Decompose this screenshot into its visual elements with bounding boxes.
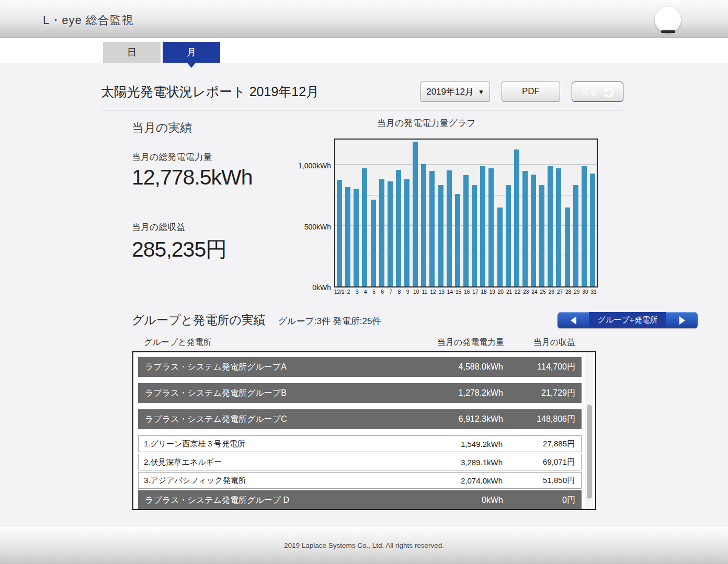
arrow-left-icon xyxy=(571,316,576,325)
month-select-value: 2019年12月 xyxy=(426,86,474,98)
chart-bar xyxy=(345,187,350,286)
row-name: ラプラス・システム発電所グループA xyxy=(145,362,425,373)
row-name: ラプラス・システム発電所グループC xyxy=(145,414,425,425)
chart-x-tick-label: 22 xyxy=(514,289,522,295)
row-energy-value: 2,074.0kWh xyxy=(424,476,503,485)
chart-bar xyxy=(514,149,519,286)
chart-y-tick-label: 500kWh xyxy=(304,223,331,231)
chart-x-tick-label: 14 xyxy=(446,289,454,295)
chart-y-tick-label: 0kWh xyxy=(312,283,331,292)
column-header-energy: 当月の発電電力量 xyxy=(426,337,504,348)
tab-day[interactable]: 日 xyxy=(103,42,161,63)
chart-bar xyxy=(556,168,561,286)
monthly-summary: 当月の実績 当月の総発電電力量 12,778.5kWh 当月の総収益 285,2… xyxy=(101,110,300,295)
chart-x-tick-label: 8 xyxy=(395,289,403,295)
chart-plot-area xyxy=(334,139,598,287)
chart-x-tick-label: 4 xyxy=(361,289,370,295)
copyright-text: 2019 Laplace Systems Co., Ltd. All right… xyxy=(284,542,444,549)
tab-month[interactable]: 月 xyxy=(163,42,220,63)
chart-bar xyxy=(396,170,401,286)
group-row[interactable]: ラプラス・システム発電所グループA4,588.0kWh114,700円 xyxy=(138,357,582,377)
row-revenue-value: 148,806円 xyxy=(503,414,582,425)
row-energy-value: 1,278.2kWh xyxy=(425,388,503,398)
app-footer: 2019 Laplace Systems Co., Ltd. All right… xyxy=(0,527,728,564)
back-button[interactable]: 戻る xyxy=(572,82,623,102)
row-name: ラプラス・システム発電所グループ D xyxy=(145,495,425,506)
chart-bar xyxy=(522,171,528,286)
table-column-headers: グループと発電所 当月の発電電力量 当月の収益 xyxy=(132,337,596,348)
chart-bar xyxy=(497,208,503,286)
chart-x-tick-label: 3 xyxy=(353,289,361,295)
main-content: 太陽光発電状況レポート 2019年12月 2019年12月 ▼ PDF 戻る 当… xyxy=(0,80,728,510)
chart-bar xyxy=(531,175,536,286)
chart-bar xyxy=(388,181,393,286)
monthly-energy-chart: 当月の発電電力量グラフ 0kWh500kWh1,000kWh 12/123456… xyxy=(300,110,608,295)
chart-x-tick-label: 29 xyxy=(573,289,581,295)
plant-row[interactable]: 3.アジアパシフィック発電所2,074.0kWh51,850円 xyxy=(138,472,582,489)
chart-x-tick-label: 31 xyxy=(589,289,598,295)
chart-x-axis: 12/1234567891011121314151617181920212223… xyxy=(334,289,598,295)
chart-bar xyxy=(463,175,469,286)
view-selector[interactable]: グループ+発電所 xyxy=(558,312,698,328)
chart-x-tick-label: 19 xyxy=(488,289,496,295)
groups-counts: グループ:3件 発電所:25件 xyxy=(278,315,381,327)
chart-x-tick-label: 26 xyxy=(547,289,555,295)
chart-bar xyxy=(472,185,477,286)
chart-bar xyxy=(371,200,376,286)
chart-bar xyxy=(573,185,578,286)
pdf-button[interactable]: PDF xyxy=(502,82,560,102)
chart-bar xyxy=(548,166,553,286)
chart-bar xyxy=(438,185,443,286)
chart-bar xyxy=(582,166,587,286)
page-title: 太陽光発電状況レポート 2019年12月 xyxy=(101,83,319,100)
chart-y-tick-label: 1,000kWh xyxy=(298,162,331,170)
menu-button[interactable] xyxy=(655,7,681,33)
groups-section-heading: グループと発電所の実績 xyxy=(132,312,266,328)
chevron-down-icon: ▼ xyxy=(478,88,484,96)
chart-x-tick-label: 20 xyxy=(496,289,505,295)
chart-bar xyxy=(337,180,342,286)
row-name: 3.アジアパシフィック発電所 xyxy=(144,476,424,486)
app-logo: L・eye 総合監視 xyxy=(43,13,134,28)
group-row[interactable]: ラプラス・システム発電所グループC6,912.3kWh148,806円 xyxy=(138,409,582,429)
undo-arrow-icon xyxy=(602,85,615,98)
group-row[interactable]: ラプラス・システム発電所グループ D0kWh0円 xyxy=(138,490,582,510)
revenue-total-label: 当月の総収益 xyxy=(132,221,300,233)
chart-x-tick-label: 6 xyxy=(378,289,386,295)
view-selector-label: グループ+発電所 xyxy=(589,312,666,328)
plant-row[interactable]: 2.伏見深草エネルギー3,289.1kWh69,071円 xyxy=(138,454,582,470)
chart-bar xyxy=(354,189,359,286)
chart-gridline xyxy=(335,164,597,165)
arrow-right-icon xyxy=(679,316,685,325)
row-energy-value: 4,588.0kWh xyxy=(425,362,503,372)
table-scrollbar-track[interactable] xyxy=(585,353,593,508)
chart-bar xyxy=(362,168,367,286)
chart-bar xyxy=(379,179,384,286)
chart-bar xyxy=(447,170,452,286)
chart-x-tick-label: 16 xyxy=(463,289,471,295)
chart-x-tick-label: 9 xyxy=(404,289,412,295)
chart-bar xyxy=(539,185,544,286)
row-energy-value: 6,912.3kWh xyxy=(425,415,503,424)
chart-bar xyxy=(506,185,511,286)
energy-total-value: 12,778.5kWh xyxy=(132,165,300,190)
chart-bar xyxy=(590,174,595,286)
next-view-button[interactable] xyxy=(666,316,698,325)
summary-heading: 当月の実績 xyxy=(132,120,300,136)
prev-view-button[interactable] xyxy=(558,316,589,325)
chart-x-tick-label: 7 xyxy=(386,289,395,295)
chart-bar xyxy=(429,171,435,286)
chart-bar xyxy=(404,179,410,286)
chart-x-tick-label: 5 xyxy=(370,289,378,295)
table-scrollbar-thumb[interactable] xyxy=(587,405,592,499)
row-energy-value: 3,289.1kWh xyxy=(424,458,503,467)
chart-x-tick-label: 28 xyxy=(564,289,573,295)
chart-bar xyxy=(565,208,570,286)
chart-x-tick-label: 30 xyxy=(581,289,589,295)
row-revenue-value: 27,885円 xyxy=(503,439,581,449)
chart-x-tick-label: 23 xyxy=(522,289,530,295)
row-name: 2.伏見深草エネルギー xyxy=(144,457,424,467)
plant-row[interactable]: 1.グリーン西京桂３号発電所1,549.2kWh27,885円 xyxy=(138,435,582,452)
group-row[interactable]: ラプラス・システム発電所グループB1,278.2kWh21,729円 xyxy=(138,383,582,403)
month-select-button[interactable]: 2019年12月 ▼ xyxy=(420,82,490,102)
